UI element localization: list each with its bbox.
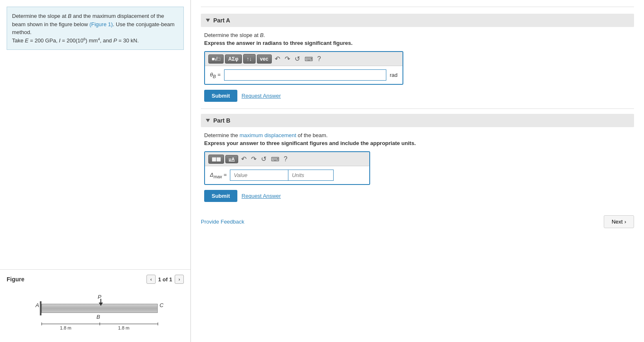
label-C: C <box>160 302 163 308</box>
next-btn-label: Next <box>612 219 623 225</box>
force-arrow-P <box>100 299 101 305</box>
problem-text: Determine the slope at B and the maximum… <box>12 13 175 44</box>
part-a-request-answer-link[interactable]: Request Answer <box>242 93 281 99</box>
label-B: B <box>97 314 100 320</box>
bottom-bar: Provide Feedback Next › <box>201 210 634 228</box>
part-a-desc: Determine the slope at B. <box>204 32 631 38</box>
part-a-math-editor: ■√□ AΣφ ↑↓ vec ↶ ↷ ↺ ⌨ ? θB = rad <box>204 51 403 85</box>
figure-link[interactable]: (Figure 1) <box>89 21 112 27</box>
units-btn[interactable]: μA <box>225 155 238 163</box>
refresh-btn[interactable]: ↺ <box>293 54 302 64</box>
redo-btn[interactable]: ↷ <box>283 54 292 64</box>
part-b-input-row: Δmax = <box>205 166 369 184</box>
help-btn[interactable]: ? <box>316 54 323 64</box>
provide-feedback-link[interactable]: Provide Feedback <box>201 219 244 225</box>
figure-label: Figure <box>7 276 24 283</box>
part-b-desc: Determine the maximum displacement of th… <box>204 132 631 138</box>
part-b-instruction: Express your answer to three significant… <box>204 140 631 146</box>
radical-btn[interactable]: ■√□ <box>208 54 224 64</box>
part-a-actions: Submit Request Answer <box>204 90 631 102</box>
delta-max-label: Δmax = <box>210 172 227 179</box>
part-a-content: Determine the slope at B. Express the an… <box>201 32 634 102</box>
undo-btn[interactable]: ↶ <box>273 54 282 64</box>
next-arrow-icon: › <box>624 219 626 225</box>
part-a-header[interactable]: Part A <box>201 14 634 27</box>
dim-line-right <box>100 324 158 324</box>
delta-units-input[interactable] <box>288 170 334 181</box>
dim-tick-left-start <box>41 322 42 325</box>
part-a-input-row: θB = rad <box>205 66 402 84</box>
figure-page: 1 of 1 <box>158 276 172 283</box>
delta-value-input[interactable] <box>230 170 288 181</box>
part-b-undo-btn[interactable]: ↶ <box>239 154 248 164</box>
part-a-collapse-icon <box>206 19 210 22</box>
part-a-toolbar: ■√□ AΣφ ↑↓ vec ↶ ↷ ↺ ⌨ ? <box>205 52 402 66</box>
matrix-btn[interactable]: ▦▦ <box>208 155 224 164</box>
problem-statement: Determine the slope at B and the maximum… <box>7 7 184 50</box>
part-b-redo-btn[interactable]: ↷ <box>249 154 258 164</box>
part-b-math-editor: ▦▦ μA ↶ ↷ ↺ ⌨ ? Δmax = <box>204 151 370 185</box>
figure-prev-btn[interactable]: ‹ <box>146 275 156 284</box>
part-b-toolbar: ▦▦ μA ↶ ↷ ↺ ⌨ ? <box>205 152 369 166</box>
beam-diagram: A C B P 1.8 m 1.8 m <box>21 287 170 337</box>
label-A: A <box>36 302 39 308</box>
figure-next-btn[interactable]: › <box>175 275 184 284</box>
dim-tick-right-end <box>158 322 158 325</box>
part-b-header[interactable]: Part B <box>201 114 634 127</box>
theta-b-label: θB = <box>210 71 221 79</box>
right-panel: Part A Determine the slope at B. Express… <box>191 0 644 342</box>
part-b-collapse-icon <box>206 119 210 122</box>
parts-divider <box>201 108 634 109</box>
arrows-btn[interactable]: ↑↓ <box>243 54 256 64</box>
part-b-submit-btn[interactable]: Submit <box>204 190 237 202</box>
figure-nav: ‹ 1 of 1 › <box>146 275 184 284</box>
part-b-request-answer-link[interactable]: Request Answer <box>242 193 281 199</box>
part-b-keyboard-btn[interactable]: ⌨ <box>269 155 281 163</box>
dim-line-left <box>41 324 100 324</box>
dim-label-right: 1.8 m <box>118 325 130 330</box>
part-b-refresh-btn[interactable]: ↺ <box>259 154 268 164</box>
keyboard-btn[interactable]: ⌨ <box>303 55 315 63</box>
rad-unit-label: rad <box>390 72 398 78</box>
theta-b-input[interactable] <box>224 69 387 81</box>
part-a-instruction: Express the answer in radians to three s… <box>204 40 631 46</box>
part-a-submit-btn[interactable]: Submit <box>204 90 237 102</box>
part-b-title: Part B <box>213 117 230 124</box>
chevron-left-icon: ‹ <box>150 277 152 282</box>
dim-label-left: 1.8 m <box>60 325 72 330</box>
top-divider <box>201 7 634 7</box>
part-b-help-btn[interactable]: ? <box>282 155 289 164</box>
figure-header: Figure ‹ 1 of 1 › <box>7 275 184 284</box>
part-a-section: Part A Determine the slope at B. Express… <box>201 14 634 102</box>
vec-btn[interactable]: vec <box>257 54 272 64</box>
next-btn[interactable]: Next › <box>604 215 634 228</box>
chevron-right-icon: › <box>178 277 180 282</box>
part-b-actions: Submit Request Answer <box>204 190 631 202</box>
part-b-content: Determine the maximum displacement of th… <box>201 132 634 202</box>
greek-btn[interactable]: AΣφ <box>225 54 242 64</box>
part-a-title: Part A <box>213 17 230 24</box>
figure-section: Figure ‹ 1 of 1 › A C B P <box>0 269 190 342</box>
part-b-section: Part B Determine the maximum displacemen… <box>201 114 634 202</box>
left-panel: Determine the slope at B and the maximum… <box>0 0 191 342</box>
